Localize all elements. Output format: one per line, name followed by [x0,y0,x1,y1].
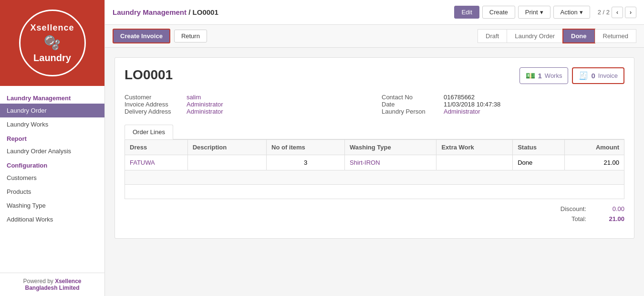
sidebar-item-laundry-order-analysis[interactable]: Laundry Order Analysis [0,144,104,158]
order-table: Dress Description No of items Washing Ty… [125,139,624,199]
invoice-address-label: Invoice Address [125,101,182,108]
status-done[interactable]: Done [562,29,595,43]
sidebar-nav: Laundry Management Laundry Order Laundry… [0,86,104,273]
top-bar-actions: Edit Create Print ▾ Action ▾ 2 / 2 ‹ › [454,6,636,19]
pagination-info: 2 / 2 [598,9,610,16]
contact-no-label: Contact No [382,94,439,101]
th-dress: Dress [125,140,188,155]
sidebar-item-laundry-order[interactable]: Laundry Order [0,104,104,117]
invoice-count: 0 [591,72,595,80]
sidebar-footer: Powered by Xsellence Bangladesh Limited [0,273,104,296]
edit-button[interactable]: Edit [454,6,479,19]
next-page-button[interactable]: › [625,7,636,18]
detail-laundry-person: Laundry Person Administrator [382,108,624,115]
th-description: Description [187,140,266,155]
sidebar-logo: Xsellence 🫧 Laundry [0,0,104,86]
laundry-person-value[interactable]: Administrator [444,108,480,115]
works-count: 1 [538,72,542,80]
create-invoice-button[interactable]: Create Invoice [113,29,170,43]
date-label: Date [382,101,439,108]
content-area: LO0001 💵 1 Works 🧾 0 Invoice [105,48,644,296]
breadcrumb: Laundry Management / LO0001 [113,8,454,16]
empty-row-2 [125,185,624,199]
order-header: LO0001 💵 1 Works 🧾 0 Invoice [125,67,624,84]
status-returned[interactable]: Returned [595,29,636,43]
invoice-icon: 🧾 [579,71,588,80]
discount-value: 0.00 [596,205,624,212]
chevron-down-icon: ▾ [540,9,543,16]
th-no-of-items: No of items [267,140,345,155]
sidebar-item-additional-works[interactable]: Additional Works [0,212,104,226]
breadcrumb-sep: / [188,8,192,16]
totals-section: Discount: 0.00 Total: 21.00 [125,199,624,229]
footer-brand: Xsellence Bangladesh Limited [25,278,81,291]
cell-extra-work [436,155,513,170]
date-value: 11/03/2018 10:47:38 [444,101,500,108]
top-bar: Laundry Management / LO0001 Edit Create … [105,0,644,25]
cell-amount: 21.00 [564,155,624,170]
th-extra-work: Extra Work [436,140,513,155]
detail-customer: Customer salim [125,94,367,101]
invoice-address-value[interactable]: Administrator [187,101,223,108]
detail-contact-no: Contact No 016785662 [382,94,624,101]
tab-order-lines[interactable]: Order Lines [125,125,173,139]
empty-row-1 [125,170,624,185]
breadcrumb-module[interactable]: Laundry Management [113,8,187,16]
tab-bar: Order Lines [125,125,624,139]
logo-bottom-text: Laundry [33,53,71,63]
invoice-badge[interactable]: 🧾 0 Invoice [572,67,624,84]
cell-description [187,155,266,170]
breadcrumb-page: LO0001 [193,8,218,16]
logo-circle: Xsellence 🫧 Laundry [19,10,86,76]
sidebar-section-configuration: Configuration [0,158,104,171]
logo-top-text: Xsellence [30,23,74,33]
status-laundry-order[interactable]: Laundry Order [507,29,563,43]
cell-status: Done [513,155,565,170]
action-button[interactable]: Action ▾ [553,6,590,19]
sidebar-section-report: Report [0,131,104,144]
order-details: Customer salim Invoice Address Administr… [125,94,624,115]
action-bar: Create Invoice Return Draft Laundry Orde… [105,25,644,48]
status-steps: Draft Laundry Order Done Returned [478,29,636,43]
works-badge[interactable]: 💵 1 Works [519,67,569,84]
customer-label: Customer [125,94,182,101]
table-row: FATUWA 3 Shirt-IRON Done 21.00 [125,155,624,170]
total-label: Total: [539,215,586,222]
laundry-person-label: Laundry Person [382,108,439,115]
totals-table: Discount: 0.00 Total: 21.00 [505,204,624,224]
discount-label: Discount: [539,205,586,212]
return-button[interactable]: Return [174,30,207,42]
order-badges: 💵 1 Works 🧾 0 Invoice [519,67,625,84]
sidebar-section-laundry-management: Laundry Management [0,91,104,104]
cell-no-of-items: 3 [267,155,345,170]
status-draft[interactable]: Draft [478,29,507,43]
sidebar-item-customers[interactable]: Customers [0,171,104,185]
total-row: Total: 21.00 [505,214,624,224]
detail-invoice-address: Invoice Address Administrator [125,101,367,108]
discount-row: Discount: 0.00 [505,204,624,214]
order-id: LO0001 [125,67,173,83]
works-label: Works [545,72,562,79]
th-status: Status [513,140,565,155]
cell-dress[interactable]: FATUWA [125,155,188,170]
delivery-address-label: Delivery Address [125,108,182,115]
detail-delivery-address: Delivery Address Administrator [125,108,367,115]
pagination: 2 / 2 ‹ › [598,7,636,18]
sidebar: Xsellence 🫧 Laundry Laundry Management L… [0,0,105,296]
delivery-address-value[interactable]: Administrator [187,108,223,115]
print-button[interactable]: Print ▾ [518,6,551,19]
cell-washing-type[interactable]: Shirt-IRON [345,155,436,170]
sidebar-item-products[interactable]: Products [0,185,104,199]
prev-page-button[interactable]: ‹ [612,7,623,18]
invoice-label: Invoice [598,72,618,79]
create-button[interactable]: Create [482,6,515,19]
sidebar-item-laundry-works[interactable]: Laundry Works [0,117,104,131]
detail-date: Date 11/03/2018 10:47:38 [382,101,624,108]
works-icon: 💵 [526,71,535,80]
contact-no-value: 016785662 [444,94,475,101]
main-content: Laundry Management / LO0001 Edit Create … [105,0,644,296]
chevron-down-icon: ▾ [580,9,583,16]
order-card: LO0001 💵 1 Works 🧾 0 Invoice [114,57,634,239]
sidebar-item-washing-type[interactable]: Washing Type [0,199,104,212]
customer-value[interactable]: salim [187,94,201,101]
